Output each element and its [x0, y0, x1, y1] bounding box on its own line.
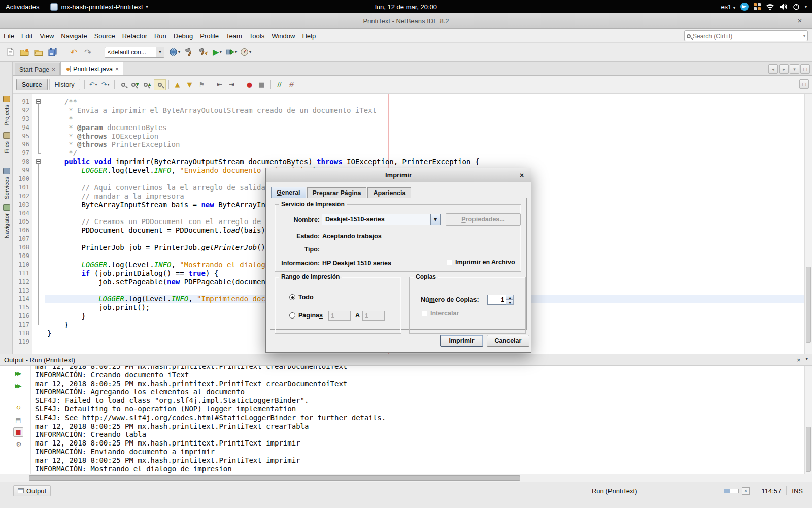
menu-debug[interactable]: Debug — [170, 29, 196, 43]
app-menu-button[interactable]: mx-hash-printitext-PrintiText ▾ — [45, 0, 153, 13]
tab-close-icon[interactable]: × — [52, 67, 55, 72]
copies-spinner[interactable]: ▲ ▼ — [487, 295, 514, 305]
menu-window[interactable]: Window — [268, 29, 298, 43]
forward-button[interactable]: ↷▾ — [99, 79, 112, 90]
spinner-down-icon[interactable]: ▼ — [506, 300, 514, 305]
dialog-title-bar[interactable]: Imprimir × — [266, 168, 531, 182]
window-close-icon[interactable]: × — [795, 16, 805, 26]
menu-view[interactable]: View — [36, 29, 57, 43]
scrollbar-thumb[interactable] — [806, 427, 811, 472]
open-project-button[interactable] — [31, 45, 46, 59]
find-next-icon[interactable]: ▼ — [129, 79, 142, 90]
stop-build-button[interactable]: ■ — [13, 427, 23, 437]
volume-icon[interactable] — [780, 3, 788, 10]
menu-source[interactable]: Source — [91, 29, 119, 43]
debug-project-button[interactable]: ▾ — [224, 45, 239, 59]
configuration-combo[interactable]: <default con... ▾ — [105, 47, 164, 58]
power-icon[interactable] — [793, 3, 800, 10]
sidebar-item-projects[interactable]: Projects — [1, 93, 12, 126]
checkbox-icon[interactable] — [447, 260, 452, 265]
checkbox-icon[interactable] — [422, 311, 427, 316]
maximize-window-button[interactable]: ▢ — [800, 64, 810, 74]
new-file-button[interactable] — [3, 45, 17, 59]
close-output-icon[interactable]: × — [797, 356, 801, 364]
telegram-icon[interactable] — [740, 3, 749, 11]
cancel-button[interactable]: Cancelar — [487, 335, 529, 347]
history-view-button[interactable]: History — [49, 79, 80, 90]
pages-to-field[interactable] — [362, 311, 385, 321]
radio-icon[interactable] — [289, 312, 295, 319]
spinner-up-icon[interactable]: ▲ — [506, 295, 514, 300]
menu-run[interactable]: Run — [151, 29, 170, 43]
minimize-output-icon[interactable]: ▾ — [805, 356, 808, 364]
back-button[interactable]: ↶▾ — [87, 79, 99, 90]
split-document-button[interactable]: ▢ — [799, 79, 809, 89]
shift-right-button[interactable]: ⇥ — [226, 79, 238, 90]
menu-tools[interactable]: Tools — [246, 29, 268, 43]
scroll-tabs-left-button[interactable]: ◂ — [768, 64, 778, 74]
document-tab[interactable]: Start Page× — [15, 63, 60, 75]
fold-toggle-icon[interactable] — [36, 159, 41, 164]
running-task-label[interactable]: Run (PrintiText) — [592, 487, 637, 495]
rerun-button[interactable]: ▶▶ — [13, 369, 23, 378]
toggle-highlight-search-icon[interactable] — [154, 79, 166, 90]
menu-navigate[interactable]: Navigate — [57, 29, 90, 43]
chevron-down-icon[interactable]: ▼ — [430, 214, 440, 225]
window-title-bar[interactable]: PrintiText - NetBeans IDE 8.2 × — [0, 13, 812, 29]
print-button[interactable]: Imprimir — [440, 335, 483, 347]
sidebar-item-files[interactable]: Files — [1, 130, 12, 153]
fold-margin[interactable] — [32, 94, 45, 354]
chevron-down-icon[interactable]: ▾ — [803, 34, 805, 38]
sidebar-item-services[interactable]: Services — [1, 166, 12, 199]
build-project-button[interactable] — [182, 45, 196, 59]
chevron-down-icon[interactable]: ▾ — [156, 47, 164, 57]
printer-name-combo[interactable]: Deskjet-1510-series ▼ — [322, 214, 441, 225]
uncomment-button[interactable]: // — [286, 79, 298, 90]
refresh-output-button[interactable]: ↻ — [13, 403, 23, 412]
document-tab[interactable]: PrintiText.java× — [60, 62, 123, 75]
undo-icon[interactable]: ↶ — [66, 45, 81, 59]
comment-button[interactable]: // — [274, 79, 286, 90]
find-selection-icon[interactable] — [117, 79, 129, 90]
menu-team[interactable]: Team — [222, 29, 246, 43]
dialog-tab-preparar-página[interactable]: Preparar Página — [307, 187, 367, 198]
search-input[interactable] — [693, 33, 801, 40]
output-horizontal-scrollbar[interactable] — [0, 474, 812, 482]
activities-button[interactable]: Actividades — [0, 0, 45, 13]
sidebar-item-navigator[interactable]: Navigator — [1, 202, 12, 238]
start-macro-recording-button[interactable]: ● — [244, 79, 256, 90]
range-all-radio[interactable]: Todo — [289, 294, 314, 301]
redo-icon[interactable]: ↷ — [81, 45, 95, 59]
source-view-button[interactable]: Source — [16, 79, 48, 90]
wifi-icon[interactable] — [766, 3, 774, 10]
find-previous-icon[interactable]: ▲ — [142, 79, 154, 90]
chevron-down-icon[interactable]: ▾ — [805, 5, 807, 9]
new-project-button[interactable] — [17, 45, 31, 59]
settings-icon[interactable]: ⚙ — [13, 439, 23, 449]
menu-edit[interactable]: Edit — [18, 29, 36, 43]
fold-toggle-icon[interactable] — [36, 99, 41, 104]
save-output-button[interactable]: ▤ — [13, 415, 23, 425]
toggle-bookmark-button[interactable]: ⚑ — [196, 79, 208, 90]
run-project-button[interactable]: ▶▾ — [210, 45, 224, 59]
output-console[interactable]: mar 12, 2018 8:00:25 PM mx.hash.printite… — [30, 366, 804, 474]
properties-button[interactable]: Propiedades... — [446, 213, 521, 226]
tab-close-icon[interactable]: × — [115, 67, 119, 72]
print-dialog[interactable]: Imprimir × GeneralPreparar PáginaAparien… — [265, 168, 531, 353]
save-all-button[interactable] — [46, 45, 60, 59]
pages-from-field[interactable] — [328, 311, 351, 321]
deploy-button[interactable]: ▾ — [167, 45, 182, 59]
line-number-gutter[interactable]: 9192939495969798991001011021031041051061… — [13, 94, 32, 354]
apps-grid-icon[interactable] — [754, 3, 761, 10]
output-vertical-scrollbar[interactable] — [804, 366, 812, 474]
scroll-tabs-right-button[interactable]: ▸ — [779, 64, 789, 74]
menu-file[interactable]: File — [0, 29, 18, 43]
menu-refactor[interactable]: Refactor — [119, 29, 151, 43]
menu-profile[interactable]: Profile — [196, 29, 222, 43]
clean-build-project-button[interactable] — [196, 45, 210, 59]
profile-project-button[interactable]: ▾ — [239, 45, 253, 59]
range-pages-radio[interactable]: Páginas — [289, 312, 323, 319]
dialog-close-icon[interactable]: × — [517, 171, 526, 180]
previous-bookmark-button[interactable]: ▲ — [172, 79, 184, 90]
copies-field[interactable] — [487, 295, 506, 305]
